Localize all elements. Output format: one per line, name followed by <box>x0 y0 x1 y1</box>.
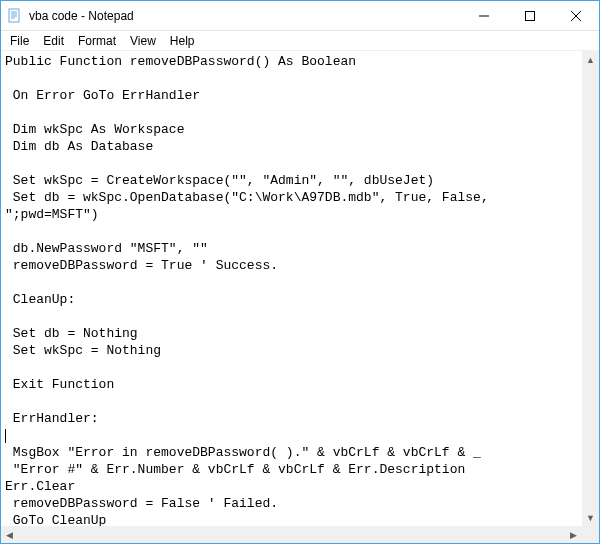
scroll-corner <box>582 526 599 543</box>
notepad-window: vba code - Notepad File Edit Format View… <box>0 0 600 544</box>
svg-rect-6 <box>526 11 535 20</box>
app-icon <box>7 8 23 24</box>
maximize-button[interactable] <box>507 1 553 31</box>
menu-format[interactable]: Format <box>71 32 123 50</box>
scroll-left-icon[interactable]: ◀ <box>1 526 18 543</box>
hscroll-track[interactable] <box>18 526 565 543</box>
window-title: vba code - Notepad <box>29 9 134 23</box>
menu-edit[interactable]: Edit <box>36 32 71 50</box>
menu-help[interactable]: Help <box>163 32 202 50</box>
menubar: File Edit Format View Help <box>1 31 599 51</box>
vscroll-track[interactable] <box>582 68 599 509</box>
menu-file[interactable]: File <box>3 32 36 50</box>
scroll-down-icon[interactable]: ▼ <box>582 509 599 526</box>
text-editor[interactable]: Public Function removeDBPassword() As Bo… <box>1 51 582 526</box>
client-area: Public Function removeDBPassword() As Bo… <box>1 51 599 526</box>
horizontal-scrollbar[interactable]: ◀ ▶ <box>1 526 599 543</box>
vertical-scrollbar[interactable]: ▲ ▼ <box>582 51 599 526</box>
titlebar[interactable]: vba code - Notepad <box>1 1 599 31</box>
minimize-button[interactable] <box>461 1 507 31</box>
scroll-right-icon[interactable]: ▶ <box>565 526 582 543</box>
menu-view[interactable]: View <box>123 32 163 50</box>
scroll-up-icon[interactable]: ▲ <box>582 51 599 68</box>
close-button[interactable] <box>553 1 599 31</box>
text-caret <box>5 429 6 443</box>
